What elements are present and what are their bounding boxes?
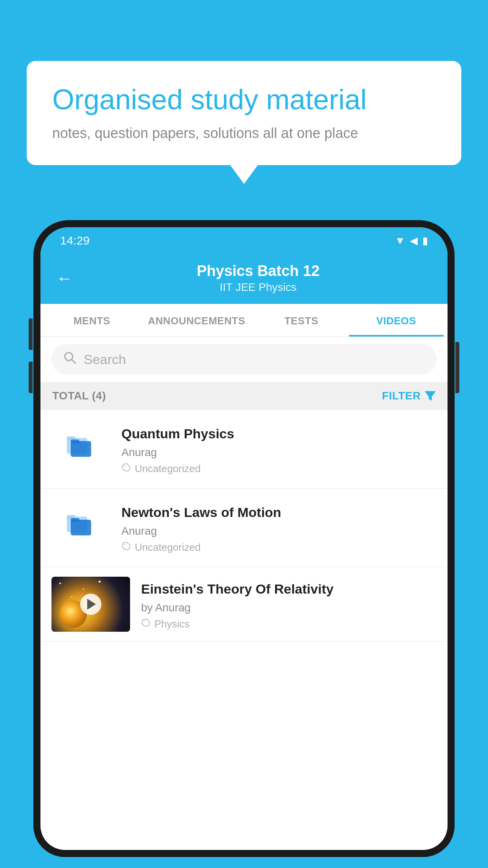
filter-bar: TOTAL (4) FILTER: [40, 382, 448, 410]
phone-outer: 14:29 ▼ ◀ ▮ ← Physics Batch 12 IIT JEE P…: [33, 220, 455, 857]
list-item[interactable]: Einstein's Theory Of Relativity by Anura…: [40, 567, 448, 642]
app-header: ← Physics Batch 12 IIT JEE Physics: [40, 254, 448, 304]
video-list: Quantum Physics Anurag Uncategorized: [40, 410, 448, 642]
signal-icon: ◀: [410, 235, 418, 247]
phone-mockup: 14:29 ▼ ◀ ▮ ← Physics Batch 12 IIT JEE P…: [33, 220, 455, 868]
power-button[interactable]: [455, 342, 459, 393]
svg-rect-6: [71, 440, 79, 443]
phone-screen: 14:29 ▼ ◀ ▮ ← Physics Batch 12 IIT JEE P…: [40, 227, 448, 850]
video-author: Anurag: [121, 446, 437, 459]
tag-icon: [141, 618, 150, 630]
folder-icon: [63, 506, 99, 541]
tag-icon: [121, 463, 131, 475]
back-button[interactable]: ←: [56, 269, 73, 288]
svg-line-1: [72, 359, 75, 363]
tab-videos[interactable]: VIDEOS: [349, 304, 444, 337]
battery-icon: ▮: [422, 235, 428, 247]
folder-icon-container: [51, 423, 110, 467]
folder-icon-container: [51, 502, 110, 545]
status-time: 14:29: [60, 234, 90, 247]
svg-rect-11: [71, 518, 79, 522]
header-main-title: Physics Batch 12: [84, 263, 432, 280]
list-item[interactable]: Newton's Laws of Motion Anurag Uncategor…: [40, 489, 448, 567]
status-bar: 14:29 ▼ ◀ ▮: [40, 227, 448, 254]
status-icons: ▼ ◀ ▮: [395, 235, 428, 247]
video-author: Anurag: [121, 525, 437, 537]
video-author: by Anurag: [141, 601, 437, 614]
wifi-icon: ▼: [395, 235, 405, 247]
video-thumbnail: [51, 577, 130, 632]
video-info: Einstein's Theory Of Relativity by Anura…: [141, 579, 437, 630]
speech-bubble: Organised study material notes, question…: [27, 61, 461, 165]
bubble-subtitle: notes, question papers, solutions all at…: [52, 125, 436, 142]
video-title: Newton's Laws of Motion: [121, 504, 437, 521]
folder-icon: [63, 427, 99, 463]
video-tag: Uncategorized: [121, 463, 437, 475]
svg-point-12: [124, 544, 125, 545]
filter-button[interactable]: FILTER: [382, 390, 436, 402]
search-container: Search: [40, 337, 448, 382]
video-info: Quantum Physics Anurag Uncategorized: [121, 423, 437, 475]
bubble-title: Organised study material: [52, 83, 436, 116]
header-title-block: Physics Batch 12 IIT JEE Physics: [84, 263, 432, 294]
video-title: Einstein's Theory Of Relativity: [141, 580, 437, 598]
video-title: Quantum Physics: [121, 425, 437, 442]
tab-tests[interactable]: TESTS: [254, 304, 349, 337]
tab-announcements[interactable]: ANNOUNCEMENTS: [139, 304, 254, 337]
video-tag: Uncategorized: [121, 541, 437, 554]
volume-up-button[interactable]: [29, 318, 33, 350]
svg-marker-2: [425, 391, 436, 401]
play-button[interactable]: [80, 594, 101, 615]
tab-ments[interactable]: MENTS: [44, 304, 139, 337]
svg-point-7: [124, 465, 125, 467]
speech-bubble-section: Organised study material notes, question…: [27, 61, 461, 165]
tag-icon: [121, 541, 131, 554]
search-box[interactable]: Search: [51, 344, 437, 375]
video-info: Newton's Laws of Motion Anurag Uncategor…: [121, 502, 437, 554]
tabs-bar: MENTS ANNOUNCEMENTS TESTS VIDEOS: [40, 304, 448, 337]
svg-point-13: [144, 620, 145, 622]
total-count-label: TOTAL (4): [52, 390, 106, 402]
video-tag: Physics: [141, 618, 437, 630]
search-icon: [63, 351, 77, 368]
search-input[interactable]: Search: [84, 352, 126, 367]
header-sub-tags: IIT JEE Physics: [84, 281, 432, 294]
volume-down-button[interactable]: [29, 362, 33, 393]
list-item[interactable]: Quantum Physics Anurag Uncategorized: [40, 410, 448, 489]
